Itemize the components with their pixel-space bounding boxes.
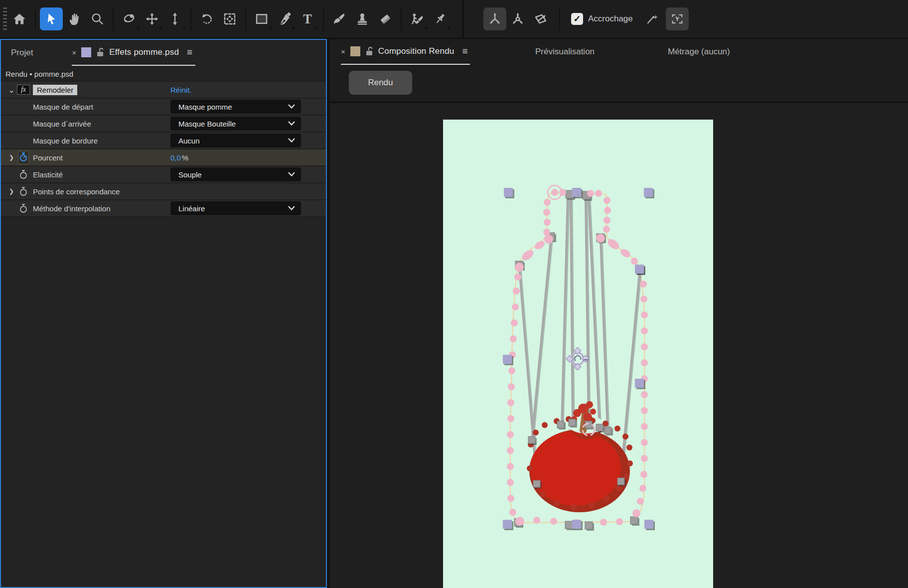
brush-icon xyxy=(332,12,346,26)
zoom-tool-button[interactable] xyxy=(86,7,109,30)
reset-link[interactable]: Réinit. xyxy=(170,86,192,94)
chevron-down-icon xyxy=(288,206,295,210)
hand-tool-button[interactable] xyxy=(63,7,86,30)
stopwatch-enabled-icon[interactable] xyxy=(19,152,28,162)
selection-cursor-icon xyxy=(45,12,58,25)
chevron-down-icon xyxy=(288,121,295,126)
panel-menu-icon[interactable]: ≡ xyxy=(462,46,467,57)
toolbar-panel-divider xyxy=(462,0,463,38)
composition-canvas[interactable] xyxy=(443,120,713,588)
param-label: Elasticité xyxy=(33,170,63,179)
unlock-icon xyxy=(365,47,373,56)
close-icon[interactable]: × xyxy=(72,48,76,57)
svg-text:T: T xyxy=(303,12,312,26)
text-tool-button[interactable]: T xyxy=(296,7,319,30)
effect-header-row[interactable]: ⌄ fx Remodeler Réinit. xyxy=(1,82,326,99)
dropdown-value: Linéaire xyxy=(178,204,205,213)
pan-camera-tool-button[interactable] xyxy=(141,7,163,30)
snap-arrow-icon xyxy=(644,12,658,26)
param-row-masque-arrivee: Masque d´arrivée Masque Bouteille xyxy=(1,116,326,133)
comp-color-swatch xyxy=(350,46,360,56)
toolbar-separator xyxy=(35,7,36,30)
param-row-pourcent[interactable]: ❯ Pourcent 0,0 % xyxy=(1,149,326,166)
elasticite-dropdown[interactable]: Souple xyxy=(170,167,301,181)
pan-behind-tool-button[interactable] xyxy=(218,7,241,30)
tab-composition-rendu[interactable]: × Composition Rendu ≡ xyxy=(341,39,470,65)
accrochage-label: Accrochage xyxy=(588,14,633,24)
param-row-elasticite: Elasticité Souple xyxy=(1,166,326,183)
clone-stamp-tool-button[interactable] xyxy=(351,7,374,30)
tab-composition-label: Composition Rendu xyxy=(378,46,454,56)
view-axis-mode-button[interactable] xyxy=(529,7,552,30)
masque-depart-dropdown[interactable]: Masque pomme xyxy=(170,100,301,114)
puppet-pin-icon xyxy=(433,12,447,26)
local-axis-mode-button[interactable] xyxy=(483,7,506,30)
clone-stamp-icon xyxy=(355,12,369,26)
brush-tool-button[interactable] xyxy=(328,7,351,30)
effect-name[interactable]: Remodeler xyxy=(33,85,77,95)
tab-projet[interactable]: Projet xyxy=(11,48,33,58)
panel-menu-icon[interactable]: ≡ xyxy=(187,47,192,58)
check-icon: ✓ xyxy=(573,13,581,24)
param-row-points-correspondance[interactable]: ❯ Points de correspondance xyxy=(1,183,326,200)
stopwatch-icon[interactable] xyxy=(19,169,28,179)
twirl-closed-icon[interactable]: ❯ xyxy=(7,154,16,161)
tab-effets-pomme[interactable]: × Effets pomme.psd ≡ xyxy=(72,40,195,66)
dolly-camera-tool-button[interactable] xyxy=(163,7,186,30)
home-icon xyxy=(12,12,26,26)
roto-brush-icon xyxy=(410,11,425,26)
toolbar-grip-handle[interactable] xyxy=(2,7,8,30)
tab-metrage[interactable]: Métrage (aucun) xyxy=(668,47,730,57)
masque-arrivee-dropdown[interactable]: Masque Bouteille xyxy=(170,117,301,131)
accrochage-checkbox[interactable]: ✓ xyxy=(571,13,583,25)
eraser-tool-button[interactable] xyxy=(374,7,397,30)
param-label: Masque de départ xyxy=(33,103,93,111)
param-row-methode-interpolation: Méthode d'interpolation Linéaire xyxy=(1,200,326,217)
rectangle-tool-button[interactable] xyxy=(250,7,273,30)
world-axis-mode-button[interactable] xyxy=(506,7,529,30)
view-axis-icon xyxy=(533,11,548,26)
local-axis-icon xyxy=(487,11,502,26)
dropdown-value: Masque pomme xyxy=(178,103,232,111)
dashed-brackets-icon xyxy=(670,12,684,26)
dropdown-value: Souple xyxy=(178,170,202,179)
orbit-camera-icon xyxy=(122,12,136,26)
toolbar-separator xyxy=(190,7,191,30)
roto-brush-tool-button[interactable] xyxy=(406,7,429,30)
pen-tool-button[interactable] xyxy=(273,7,296,30)
hand-icon xyxy=(67,12,81,26)
world-axis-icon xyxy=(510,11,525,26)
home-button[interactable] xyxy=(8,7,31,30)
param-label: Points de correspondance xyxy=(33,187,120,196)
close-icon[interactable]: × xyxy=(341,47,345,56)
main-toolbar: T xyxy=(0,0,908,39)
toolbar-separator xyxy=(559,7,560,30)
puppet-pin-tool-button[interactable] xyxy=(429,7,452,30)
composition-viewer[interactable] xyxy=(330,104,908,588)
dropdown-value: Aucun xyxy=(178,137,200,145)
stopwatch-icon[interactable] xyxy=(19,203,28,213)
snap-options-button[interactable] xyxy=(640,7,663,30)
pourcent-value[interactable]: 0,0 xyxy=(170,153,181,162)
twirl-closed-icon[interactable]: ❯ xyxy=(7,188,16,195)
chevron-down-icon xyxy=(288,104,295,109)
unlock-icon xyxy=(96,48,104,57)
chevron-down-icon xyxy=(288,138,295,143)
twirl-open-icon[interactable]: ⌄ xyxy=(7,85,16,95)
tab-previsualisation[interactable]: Prévisualisation xyxy=(535,47,595,57)
panel-color-swatch xyxy=(81,47,91,57)
mask-shape-options-button[interactable] xyxy=(666,7,689,30)
masque-bordure-dropdown[interactable]: Aucun xyxy=(170,134,301,147)
tab-effets-label: Effets pomme.psd xyxy=(109,47,179,57)
stopwatch-icon[interactable] xyxy=(19,186,28,196)
param-row-masque-bordure: Masque de bordure Aucun xyxy=(1,133,326,149)
pen-icon xyxy=(278,12,292,26)
param-label: Méthode d'interpolation xyxy=(33,204,110,213)
rotation-tool-button[interactable] xyxy=(195,7,218,30)
rendu-view-button[interactable]: Rendu xyxy=(349,71,412,95)
effect-target-breadcrumb: Rendu • pomme.psd xyxy=(1,66,326,81)
orbit-camera-tool-button[interactable] xyxy=(118,7,141,30)
toolbar-separator xyxy=(401,7,402,30)
interpolation-dropdown[interactable]: Linéaire xyxy=(170,201,301,215)
selection-tool-button[interactable] xyxy=(40,7,63,30)
